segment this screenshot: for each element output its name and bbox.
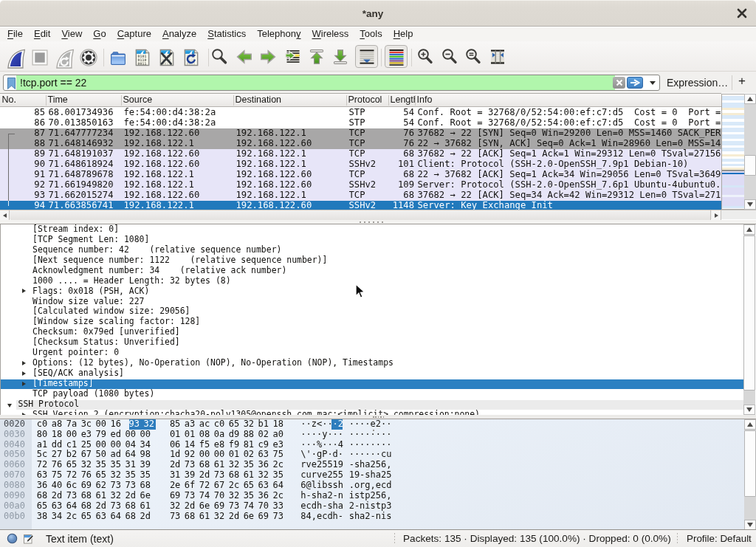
menu-wireless[interactable]: Wireless — [306, 27, 354, 41]
hex-byte[interactable]: 00 — [96, 440, 106, 450]
ascii-char[interactable]: 2 — [371, 491, 376, 501]
ascii-char[interactable]: h — [360, 460, 365, 470]
hex-byte[interactable]: 35 — [140, 470, 150, 481]
display-filter-value[interactable]: !tcp.port == 22 — [20, 77, 86, 89]
hex-byte[interactable]: 01 — [185, 430, 195, 440]
ascii-char[interactable]: o — [354, 481, 360, 491]
hex-byte[interactable]: b2 — [66, 450, 77, 460]
ascii-char[interactable]: z — [312, 419, 317, 429]
hex-byte[interactable]: 6c — [66, 481, 77, 491]
hex-byte[interactable]: 31 — [126, 460, 136, 470]
menu-go[interactable]: Go — [88, 27, 111, 41]
hex-byte[interactable]: 5c — [37, 450, 47, 460]
hex-row-0020[interactable]: 0020c0a87a3c0016933285a3acc06532b118··z<… — [0, 419, 744, 429]
hex-byte[interactable]: 38 — [37, 512, 47, 522]
hex-byte[interactable]: 70 — [258, 501, 269, 512]
hex-byte[interactable]: 63 — [258, 450, 269, 460]
hex-byte[interactable]: 68 — [140, 481, 150, 491]
hex-byte[interactable]: 39 — [185, 470, 195, 481]
hex-byte[interactable]: 2d — [140, 512, 150, 522]
ascii-char[interactable]: 5 — [327, 460, 332, 470]
hex-byte[interactable]: 73 — [111, 481, 121, 491]
ascii-char[interactable]: h — [338, 481, 343, 491]
colorize-button[interactable] — [385, 45, 408, 68]
hex-byte[interactable]: 32 — [229, 460, 239, 470]
hex-row-0070[interactable]: 0070637572766532353531392d7368613235curv… — [0, 470, 744, 481]
ascii-char[interactable]: a — [338, 501, 343, 512]
ascii-char[interactable]: · — [381, 419, 386, 429]
hex-row-0030[interactable]: 0030801800e379ed00000101080ad98802a0····… — [0, 430, 744, 440]
ascii-char[interactable]: n — [360, 501, 365, 512]
ascii-char[interactable]: l — [312, 481, 317, 491]
ascii-char[interactable]: 4 — [338, 440, 343, 450]
ascii-char[interactable]: 5 — [338, 470, 343, 481]
hex-byte[interactable]: 32 — [244, 419, 254, 429]
hex-byte[interactable]: 32 — [214, 512, 224, 522]
ascii-char[interactable]: - — [354, 501, 360, 512]
ascii-char[interactable]: b — [322, 481, 327, 491]
hex-byte[interactable]: 61 — [199, 512, 210, 522]
ascii-char[interactable]: 1 — [333, 460, 338, 470]
hex-byte[interactable]: 92 — [185, 450, 195, 460]
ascii-char[interactable]: i — [349, 491, 354, 501]
ascii-char[interactable]: . — [349, 481, 354, 491]
ascii-char[interactable]: e — [376, 481, 381, 491]
bytes-vertical-scrollbar[interactable] — [744, 419, 756, 529]
hex-byte[interactable]: 69 — [258, 512, 269, 522]
pane-splitter-2[interactable] — [0, 415, 756, 419]
hex-byte[interactable]: 2d — [52, 491, 62, 501]
hex-byte[interactable]: 2d — [199, 470, 210, 481]
ascii-char[interactable]: · — [381, 430, 386, 440]
hex-byte[interactable]: 25 — [81, 440, 92, 450]
ascii-char[interactable]: % — [317, 440, 322, 450]
ascii-char[interactable]: 5 — [322, 460, 327, 470]
hex-byte[interactable]: 73 — [273, 512, 284, 522]
hex-byte[interactable]: 1d — [170, 450, 180, 460]
go-back-button[interactable] — [234, 47, 255, 67]
hex-byte[interactable]: 65 — [37, 501, 47, 512]
expert-info-icon[interactable] — [7, 533, 18, 547]
column-header-source[interactable]: Source — [121, 94, 233, 106]
ascii-char[interactable]: @ — [306, 481, 312, 491]
save-file-button[interactable]: 010101100011 — [131, 47, 152, 67]
ascii-char[interactable]: e — [322, 470, 327, 481]
ascii-char[interactable]: 9 — [354, 470, 360, 481]
ascii-char[interactable]: n — [376, 512, 381, 522]
packet-row-93[interactable]: 9371.662015274192.168.122.60192.168.122.… — [0, 190, 721, 201]
hex-byte[interactable]: 40 — [52, 481, 62, 491]
ascii-char[interactable]: y — [322, 430, 327, 440]
hex-byte[interactable]: 75 — [273, 450, 284, 460]
hex-byte[interactable]: 72 — [199, 481, 210, 491]
menu-tools[interactable]: Tools — [354, 27, 388, 41]
hex-byte[interactable]: 68 — [185, 512, 195, 522]
column-header-length[interactable]: Length — [388, 94, 415, 106]
hex-byte[interactable]: ac — [199, 419, 210, 429]
hex-byte[interactable]: 65 — [244, 481, 254, 491]
ascii-char[interactable]: t — [360, 491, 365, 501]
ascii-char[interactable]: · — [317, 430, 322, 440]
hex-row-0090[interactable]: 0090682d736861322d6e697374703235362ch-sh… — [0, 491, 744, 501]
filter-dropdown-caret[interactable] — [650, 81, 656, 85]
hex-byte[interactable]: 32 — [170, 501, 180, 512]
ascii-char[interactable]: 5 — [333, 470, 338, 481]
hex-byte[interactable]: 65 — [81, 512, 92, 522]
ascii-char[interactable]: · — [312, 440, 317, 450]
hex-byte[interactable]: 73 — [111, 501, 121, 512]
ascii-char[interactable]: h — [333, 501, 338, 512]
hex-byte[interactable]: 74 — [244, 501, 254, 512]
statusbar-profile[interactable]: Profile: Default — [687, 533, 752, 544]
hex-byte[interactable]: 32 — [258, 470, 269, 481]
hex-byte[interactable]: e3 — [273, 440, 284, 450]
auto-scroll-button[interactable] — [355, 45, 378, 68]
intelligent-scrollbar-minimap[interactable] — [721, 94, 744, 210]
packet-row-94[interactable]: 9471.663856741192.168.122.1192.168.122.6… — [0, 201, 721, 210]
hex-byte[interactable]: 80 — [37, 430, 47, 440]
ascii-char[interactable]: c — [306, 501, 312, 512]
capture-options-button[interactable] — [78, 47, 98, 67]
column-divider[interactable] — [233, 95, 234, 106]
ascii-char[interactable]: t — [376, 501, 381, 512]
hex-row-0080[interactable]: 008036406c69627373682e6f72672c6563646@li… — [0, 481, 744, 491]
detail-line[interactable]: SSH Version 2 (encryption:chacha20-poly1… — [0, 410, 743, 415]
ascii-char[interactable]: · — [349, 450, 354, 460]
hex-byte[interactable]: a0 — [273, 430, 284, 440]
